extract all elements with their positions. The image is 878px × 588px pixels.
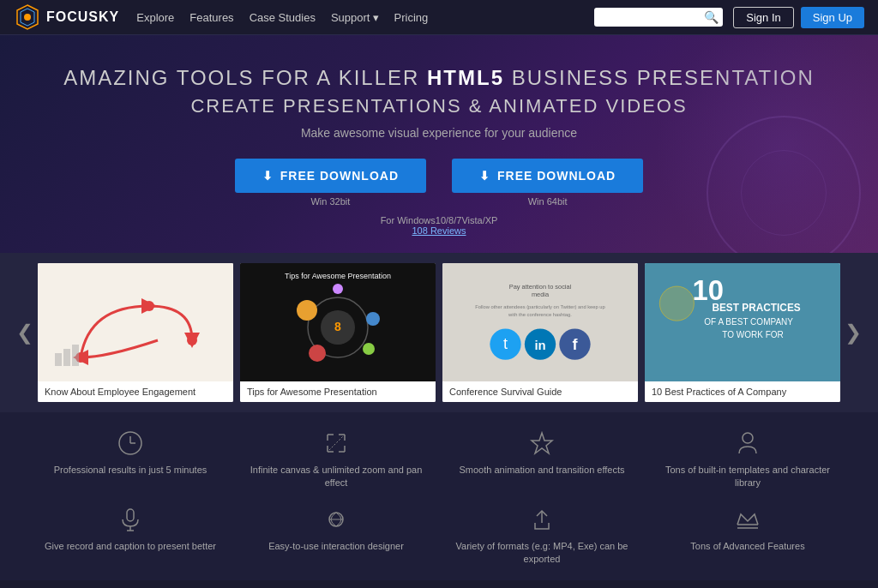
feature-item-3: Smooth animation and transition effects bbox=[446, 428, 638, 490]
download-icon: ⬇ bbox=[262, 169, 274, 183]
svg-marker-49 bbox=[532, 433, 552, 453]
carousel-section: ❮ bbox=[0, 253, 878, 412]
svg-point-19 bbox=[333, 284, 343, 294]
carousel-thumb-2: Tips for Awesome Presentation 8 bbox=[240, 263, 436, 381]
features-section: Professional results in just 5 minutes I… bbox=[0, 412, 878, 580]
svg-text:Pay attention to social: Pay attention to social bbox=[509, 283, 572, 291]
svg-text:Follow other attendees (partic: Follow other attendees (particularly on … bbox=[475, 304, 604, 309]
search-area: 🔍 bbox=[594, 8, 723, 27]
feature-item-4: Tons of built-in templates and character… bbox=[652, 428, 844, 490]
svg-text:BEST PRACTICES: BEST PRACTICES bbox=[712, 302, 800, 314]
nav-support[interactable]: Support ▾ bbox=[331, 11, 379, 24]
feature-item-8: Tons of Advanced Features bbox=[652, 504, 844, 567]
svg-point-18 bbox=[363, 343, 375, 355]
search-icon: 🔍 bbox=[704, 10, 719, 24]
nav-explore[interactable]: Explore bbox=[136, 11, 174, 24]
hero-subtitle: CREATE PRESENTATIONS & ANIMATED VIDEOS bbox=[17, 95, 861, 117]
slide4-art: 10 BEST PRACTICES OF A BEST COMPANY TO W… bbox=[653, 263, 832, 381]
svg-text:Tips for Awesome Presentation: Tips for Awesome Presentation bbox=[285, 272, 391, 280]
star-icon bbox=[446, 428, 638, 459]
dropdown-arrow-icon: ▾ bbox=[373, 11, 379, 24]
carousel-prev-button[interactable]: ❮ bbox=[12, 312, 38, 353]
carousel-thumb-3: Pay attention to social media Follow oth… bbox=[442, 263, 638, 381]
signin-button[interactable]: Sign In bbox=[733, 7, 793, 28]
feature-text-3: Smooth animation and transition effects bbox=[446, 464, 638, 477]
export-icon bbox=[446, 504, 638, 535]
hero-decoration-circle-inner bbox=[741, 150, 827, 236]
download-button-32bit[interactable]: ⬇ FREE DOWNLOAD bbox=[235, 159, 426, 193]
platform-note: For Windows10/8/7Vista/XP 108 Reviews bbox=[17, 215, 861, 236]
list-item[interactable]: 10 BEST PRACTICES OF A BEST COMPANY TO W… bbox=[645, 263, 840, 402]
download-icon-2: ⬇ bbox=[479, 169, 490, 183]
download-group-32bit: ⬇ FREE DOWNLOAD Win 32bit bbox=[235, 159, 426, 207]
slide3-art: Pay attention to social media Follow oth… bbox=[442, 273, 638, 371]
zoom-icon bbox=[240, 428, 432, 459]
download-button-64bit[interactable]: ⬇ FREE DOWNLOAD bbox=[452, 159, 643, 193]
nav-links: Explore Features Case Studies Support ▾ … bbox=[136, 11, 594, 24]
list-item[interactable]: Tips for Awesome Presentation 8 Tips for… bbox=[240, 263, 436, 402]
svg-rect-8 bbox=[63, 349, 70, 366]
interaction-icon bbox=[240, 504, 432, 535]
feature-item-6: Easy-to-use interaction designer bbox=[240, 504, 432, 567]
carousel-caption-3: Conference Survival Guide bbox=[442, 381, 638, 402]
feature-text-8: Tons of Advanced Features bbox=[652, 540, 844, 553]
carousel-next-button[interactable]: ❯ bbox=[840, 312, 866, 353]
svg-point-16 bbox=[366, 312, 380, 326]
logo-icon bbox=[14, 3, 41, 31]
svg-point-2 bbox=[24, 14, 31, 21]
svg-point-36 bbox=[659, 286, 694, 321]
search-input[interactable] bbox=[601, 11, 704, 23]
svg-point-15 bbox=[297, 300, 317, 321]
feature-text-2: Infinite canvas & unlimited zoom and pan… bbox=[240, 464, 432, 490]
nav-features[interactable]: Features bbox=[189, 11, 233, 24]
feature-text-4: Tons of built-in templates and character… bbox=[652, 464, 844, 490]
list-item[interactable]: Know About Employee Engagement bbox=[38, 263, 233, 402]
signup-button[interactable]: Sign Up bbox=[801, 7, 864, 28]
svg-rect-7 bbox=[55, 353, 62, 366]
slide1-art bbox=[38, 263, 233, 381]
platform-label-32bit: Win 32bit bbox=[235, 196, 426, 207]
download-buttons: ⬇ FREE DOWNLOAD Win 32bit ⬇ FREE DOWNLOA… bbox=[17, 159, 861, 207]
hero-decoration-circle bbox=[707, 116, 861, 253]
carousel-caption-1: Know About Employee Engagement bbox=[38, 381, 233, 402]
hero-tagline: Make awesome visual experience for your … bbox=[17, 126, 861, 140]
download-group-64bit: ⬇ FREE DOWNLOAD Win 64bit bbox=[452, 159, 643, 207]
reviews-link[interactable]: 108 Reviews bbox=[412, 225, 466, 236]
feature-item-1: Professional results in just 5 minutes bbox=[34, 428, 226, 490]
svg-text:TO WORK FOR: TO WORK FOR bbox=[722, 330, 784, 339]
svg-point-5 bbox=[144, 301, 154, 311]
carousel-caption-4: 10 Best Practices of A Company bbox=[645, 381, 840, 402]
feature-item-5: Give record and caption to present bette… bbox=[34, 504, 226, 567]
carousel-caption-2: Tips for Awesome Presentation bbox=[240, 381, 436, 402]
svg-text:f: f bbox=[572, 336, 578, 353]
microphone-icon bbox=[34, 504, 226, 535]
feature-text-7: Variety of formats (e.g: MP4, Exe) can b… bbox=[446, 540, 638, 567]
feature-text-1: Professional results in just 5 minutes bbox=[34, 464, 226, 477]
nav-pricing[interactable]: Pricing bbox=[394, 11, 429, 24]
carousel-wrapper: ❮ bbox=[0, 263, 878, 402]
svg-point-50 bbox=[743, 433, 753, 443]
svg-text:in: in bbox=[534, 339, 545, 352]
carousel-items: Know About Employee Engagement Tips for … bbox=[38, 263, 840, 402]
svg-text:with the conference hashtag.: with the conference hashtag. bbox=[508, 312, 572, 317]
svg-point-17 bbox=[309, 345, 326, 362]
svg-line-48 bbox=[329, 436, 343, 450]
feature-item-7: Variety of formats (e.g: MP4, Exe) can b… bbox=[446, 504, 638, 567]
hero-title: AMAZING TOOLS FOR A KILLER HTML5 BUSINES… bbox=[17, 66, 861, 90]
svg-text:10: 10 bbox=[693, 274, 725, 306]
logo-text: FOCUSKY bbox=[46, 9, 119, 25]
logo[interactable]: FOCUSKY bbox=[14, 3, 119, 31]
svg-point-6 bbox=[187, 335, 197, 345]
slide2-art: Tips for Awesome Presentation 8 bbox=[240, 263, 436, 381]
carousel-thumb-1 bbox=[38, 263, 233, 381]
crown-icon bbox=[652, 504, 844, 535]
list-item[interactable]: Pay attention to social media Follow oth… bbox=[442, 263, 638, 402]
svg-text:OF A BEST COMPANY: OF A BEST COMPANY bbox=[704, 317, 793, 327]
svg-text:t: t bbox=[503, 335, 508, 352]
nav-case-studies[interactable]: Case Studies bbox=[250, 11, 316, 24]
clock-icon bbox=[34, 428, 226, 459]
svg-rect-51 bbox=[127, 509, 134, 521]
feature-text-6: Easy-to-use interaction designer bbox=[240, 540, 432, 553]
feature-text-5: Give record and caption to present bette… bbox=[34, 540, 226, 553]
feature-item-2: Infinite canvas & unlimited zoom and pan… bbox=[240, 428, 432, 490]
